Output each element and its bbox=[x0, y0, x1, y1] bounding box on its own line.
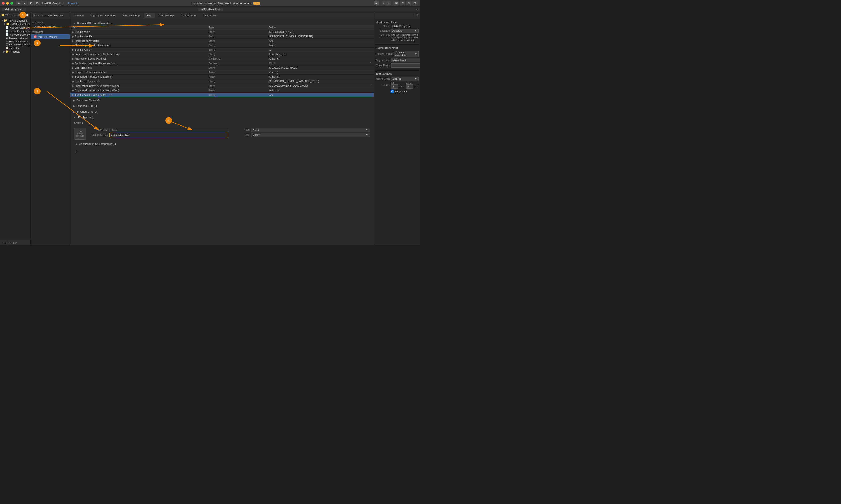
nav-right-icon[interactable]: › bbox=[418, 8, 418, 11]
table-row[interactable]: ▶ Localization native development region… bbox=[70, 84, 374, 88]
indent-input[interactable] bbox=[406, 84, 413, 89]
annotation-4: 4 bbox=[166, 117, 172, 124]
stop-button[interactable]: ■ bbox=[22, 1, 27, 5]
tab-input[interactable] bbox=[391, 84, 398, 89]
widths-row: Widths Tab ▲▼ Indent bbox=[376, 82, 418, 89]
xcodeproj-tab[interactable]: mdNiksDeepLink bbox=[198, 7, 223, 11]
table-row[interactable]: ▶ Bundle version String 1 bbox=[70, 48, 374, 52]
tree-item-appdelegate[interactable]: 📄 AppDelegate.swift bbox=[0, 26, 30, 29]
scm-icon[interactable]: ⌥ bbox=[5, 13, 8, 17]
tree-item-assets[interactable]: 🗂 Assets.xcassets bbox=[0, 40, 30, 43]
tab-build-phases[interactable]: Build Phases bbox=[178, 13, 200, 18]
maximize-button[interactable] bbox=[10, 2, 13, 5]
icon-dropdown[interactable]: None ▼ bbox=[251, 127, 370, 132]
indent-stepper: ▲▼ bbox=[406, 84, 418, 89]
run-stop-segment[interactable]: ▶ ■ bbox=[16, 1, 27, 5]
tree-item-mainstoryboard[interactable]: 🖼 Main.storyboard bbox=[0, 36, 30, 40]
tree-item-infoplist[interactable]: 📋 info.plist bbox=[0, 46, 30, 50]
imported-utis-header[interactable]: ▶ Imported UTIs (0) bbox=[70, 109, 374, 114]
tree-item-root[interactable]: ▼ 📁 mdNiksDeepLink bbox=[0, 19, 30, 22]
main-storyboard-tab[interactable]: Main.storyboard bbox=[2, 7, 26, 11]
table-row[interactable]: ▶ InfoDictionary version String 6.0 bbox=[70, 39, 374, 43]
target-row[interactable]: 🎯 mdNiksDeepLink bbox=[31, 34, 70, 39]
table-row[interactable]: ▶ Application requires iPhone environ...… bbox=[70, 61, 374, 66]
run-button[interactable]: ▶ bbox=[16, 1, 22, 5]
url-entry-title: Untitled bbox=[74, 122, 370, 124]
role-dropdown[interactable]: Editor ▼ bbox=[251, 133, 370, 137]
table-row[interactable]: ▶ Bundle identifier String $(PRODUCT_BUN… bbox=[70, 34, 374, 39]
panel-nav-btn[interactable]: ⊞ bbox=[32, 14, 35, 17]
tab-general[interactable]: General bbox=[71, 13, 87, 18]
tab-info[interactable]: Info bbox=[144, 13, 155, 18]
file-navigator: 📁 ⌥ ⊞ ⌕ ⚠ ◈ ☰ ⬡ 📋 ▼ 📁 mdNiksDeepLink ▼ bbox=[0, 12, 31, 246]
class-prefix-input[interactable] bbox=[391, 63, 420, 68]
table-row[interactable]: ▶ Application Scene Manifest Dictionary … bbox=[70, 56, 374, 61]
panel-back-btn[interactable]: ‹ bbox=[36, 14, 37, 17]
issues-icon[interactable]: ⚠ bbox=[14, 13, 16, 17]
tab-signing[interactable]: Signing & Capabilities bbox=[87, 13, 119, 18]
location-dropdown[interactable]: Absolute ▼ bbox=[391, 29, 418, 33]
quick-help-icon[interactable]: ? bbox=[417, 14, 418, 17]
table-row[interactable]: ▶ Supported interface orientations (iPad… bbox=[70, 88, 374, 93]
table-row[interactable]: ▶ Executable file String $(EXECUTABLE_NA… bbox=[70, 66, 374, 70]
add-button[interactable]: + bbox=[374, 1, 379, 5]
symbol-icon[interactable]: ⊞ bbox=[9, 13, 11, 17]
add-file-button[interactable]: + bbox=[2, 241, 6, 245]
view-btn2[interactable]: ⊟ bbox=[34, 1, 40, 5]
layout-btn3[interactable]: ⊞ bbox=[406, 1, 412, 5]
tree-item-viewcontroller[interactable]: 📄 ViewController.swift bbox=[0, 33, 30, 36]
url-schemes-input[interactable] bbox=[109, 133, 228, 137]
org-input[interactable] bbox=[391, 58, 420, 62]
layout-btn4[interactable]: ⊡ bbox=[412, 1, 418, 5]
layout-btn1[interactable]: ▣ bbox=[393, 1, 400, 5]
table-row[interactable]: ▶ Bundle OS Type code String $(PRODUCT_B… bbox=[70, 79, 374, 84]
back-button[interactable]: ‹ bbox=[381, 1, 387, 5]
url-types-header[interactable]: ▼ URL Types (1) bbox=[70, 115, 374, 120]
close-button[interactable] bbox=[2, 2, 5, 5]
folder-icon[interactable]: 📁 bbox=[1, 13, 5, 17]
ios-target-header[interactable]: ▼ Custom iOS Target Properties bbox=[70, 21, 374, 25]
add-url-button[interactable]: + bbox=[74, 149, 78, 153]
document-types-section: ▶ Document Types (0) bbox=[70, 98, 374, 103]
tab-resource-tags[interactable]: Resource Tags bbox=[120, 13, 143, 18]
annotation-2: 2 bbox=[34, 40, 40, 47]
tab-stepper-buttons[interactable]: ▲▼ bbox=[399, 86, 403, 88]
nav-left-icon[interactable]: ‹ bbox=[416, 8, 417, 11]
report-icon[interactable]: 📋 bbox=[25, 13, 29, 17]
url-schemes-label: URL Schemes bbox=[89, 133, 108, 137]
search-icon[interactable]: ⌕ bbox=[12, 13, 13, 17]
project-row[interactable]: ⊙ mdNiksDeepLink bbox=[31, 24, 70, 29]
wrap-lines-checkbox[interactable] bbox=[391, 90, 394, 93]
project-format-dropdown[interactable]: Xcode 9.3-compatible ▼ bbox=[394, 51, 418, 57]
filter-label: Filter bbox=[11, 241, 17, 244]
table-row[interactable]: ▶ Required device capabilities Array (1 … bbox=[70, 70, 374, 74]
tree-item-subfolder[interactable]: ▼ 📁 mdNiksDeepLink bbox=[0, 22, 30, 26]
test-icon[interactable]: ◈ bbox=[17, 13, 19, 17]
view-toggle[interactable]: ⊞ ⊟ bbox=[28, 1, 40, 5]
document-types-header[interactable]: ▶ Document Types (0) bbox=[70, 98, 374, 103]
table-row[interactable]: ▶ Launch screen interface file base name… bbox=[70, 52, 374, 56]
minimize-button[interactable] bbox=[6, 2, 9, 5]
table-row[interactable]: ▶ Bundle name String $(PRODUCT_NAME) bbox=[70, 30, 374, 34]
table-row[interactable]: ▶ Main storyboard file base name String … bbox=[70, 43, 374, 48]
additional-url-header[interactable]: ▶ Additional url type properties (0) bbox=[74, 142, 370, 146]
tree-item-scenedelegate[interactable]: 📄 SceneDelegate.swift bbox=[0, 29, 30, 33]
indent-stepper-buttons[interactable]: ▲▼ bbox=[414, 86, 418, 88]
layout-btn2[interactable]: ⊟ bbox=[400, 1, 406, 5]
view-btn1[interactable]: ⊞ bbox=[28, 1, 34, 5]
properties-table: Key Type Value ▶ Bundle name String $(PR… bbox=[70, 25, 374, 97]
table-row[interactable]: ▶ Supported interface orientations Array… bbox=[70, 74, 374, 79]
panel-forward-btn[interactable]: › bbox=[38, 14, 39, 17]
inspector-toggle[interactable]: ℹ bbox=[414, 14, 416, 17]
tab-build-settings[interactable]: Build Settings bbox=[155, 13, 178, 18]
forward-button[interactable]: › bbox=[386, 1, 391, 5]
identifier-input[interactable] bbox=[109, 127, 228, 132]
layout-buttons[interactable]: ▣ ⊟ ⊞ ⊡ bbox=[393, 1, 418, 5]
tab-build-rules[interactable]: Build Rules bbox=[200, 13, 220, 18]
tree-item-products[interactable]: ▶ 📁 Products bbox=[0, 50, 30, 53]
nav-arrows[interactable]: ‹ › bbox=[381, 1, 391, 5]
indent-using-dropdown[interactable]: Spaces ▼ bbox=[391, 77, 418, 81]
table-row-selected[interactable]: ▶ Bundle version string (short) ⌃⌃ Strin… bbox=[70, 93, 374, 97]
tree-item-launchscreen[interactable]: 🖼 LaunchScreen.storyboard bbox=[0, 43, 30, 46]
exported-utis-header[interactable]: ▶ Exported UTIs (0) bbox=[70, 104, 374, 108]
